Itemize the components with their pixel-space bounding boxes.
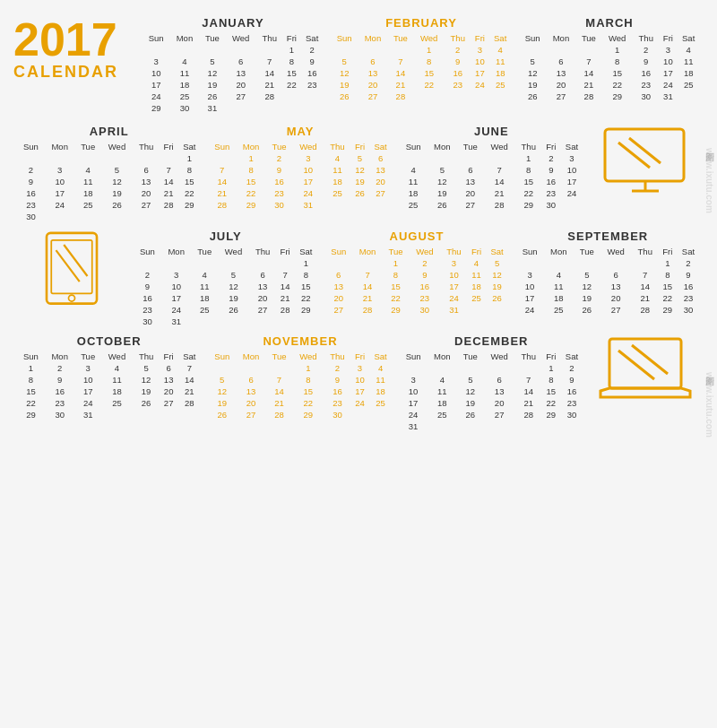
month-april: APRIL SunMonTueWedThuFriSat 1 2345678 91…	[13, 125, 204, 222]
svg-point-7	[69, 295, 75, 301]
dow-wed: Wed	[225, 32, 256, 44]
month-title-march: MARCH	[519, 16, 700, 30]
row-april-june: APRIL SunMonTueWedThuFriSat 1 2345678 91…	[13, 125, 704, 222]
dow-mon: Mon	[169, 32, 199, 44]
svg-line-9	[64, 245, 87, 276]
dow-fri: Fri	[282, 32, 300, 44]
month-may: MAY SunMonTueWedThuFriSat 123456 7891011…	[204, 125, 395, 222]
calendar-page: 2017 CALENDAR JANUARY Sun Mon Tue Wed Th…	[0, 0, 717, 728]
month-december: DECEMBER SunMonTueWedThuFriSat 12 345678…	[396, 334, 587, 432]
svg-rect-0	[605, 129, 684, 181]
dow-tue: Tue	[200, 32, 226, 44]
svg-rect-10	[609, 339, 681, 388]
month-june: JUNE SunMonTueWedThuFriSat 123 45678910 …	[396, 125, 587, 222]
watermark2: 新图网 www.ixutu.com	[703, 369, 715, 438]
month-title-august: AUGUST	[324, 230, 508, 243]
month-january: JANUARY Sun Mon Tue Wed Thu Fri Sat 12 3…	[139, 16, 327, 114]
svg-line-4	[629, 138, 661, 163]
watermark: 新图网 www.ixutu.com	[703, 145, 715, 213]
month-july: JULY SunMonTueWedThuFriSat 1 2345678 910…	[130, 230, 321, 327]
month-title-october: OCTOBER	[17, 334, 201, 348]
year-title: 2017 CALENDAR	[13, 16, 121, 82]
dow-sun: Sun	[143, 32, 169, 44]
year-number: 2017	[13, 16, 117, 63]
monitor-icon	[600, 125, 690, 196]
dow-sat: Sat	[300, 32, 324, 44]
month-october: OCTOBER SunMonTueWedThuFriSat 1234567 89…	[13, 334, 204, 432]
month-title-december: DECEMBER	[400, 334, 583, 348]
laptop-icon	[596, 334, 695, 411]
monitor-icon-block	[587, 125, 704, 196]
month-title-june: JUNE	[400, 125, 583, 138]
calendar-label: CALENDAR	[13, 63, 118, 82]
month-title-may: MAY	[208, 125, 392, 138]
svg-line-11	[618, 351, 654, 379]
tablet-icon-block	[13, 230, 130, 310]
month-august: AUGUST SunMonTueWedThuFriSat 12345 67891…	[321, 230, 512, 327]
month-november: NOVEMBER SunMonTueWedThuFriSat 1234 5678…	[204, 334, 395, 432]
month-title-january: JANUARY	[143, 16, 324, 30]
svg-line-3	[618, 143, 650, 168]
row-oct-dec: OCTOBER SunMonTueWedThuFriSat 1234567 89…	[13, 334, 704, 432]
month-march: MARCH SunMonTueWedThuFriSat 1234 5678910…	[515, 16, 704, 102]
month-title-february: FEBRUARY	[331, 16, 512, 30]
laptop-icon-block	[587, 334, 704, 411]
month-title-november: NOVEMBER	[208, 334, 392, 348]
row-july-sep: JULY SunMonTueWedThuFriSat 1 2345678 910…	[13, 230, 704, 327]
svg-line-8	[56, 250, 80, 282]
svg-rect-6	[51, 240, 92, 294]
tablet-icon	[40, 230, 103, 310]
month-title-july: JULY	[134, 230, 317, 243]
month-september: SEPTEMBER SunMonTueWedThuFriSat 12 34567…	[513, 230, 704, 327]
dow-thu: Thu	[256, 32, 282, 44]
month-title-april: APRIL	[17, 125, 201, 138]
svg-line-12	[632, 345, 668, 374]
month-title-september: SEPTEMBER	[516, 230, 700, 243]
month-february: FEBRUARY SunMonTueWedThuFriSat 1234 5678…	[327, 16, 515, 102]
